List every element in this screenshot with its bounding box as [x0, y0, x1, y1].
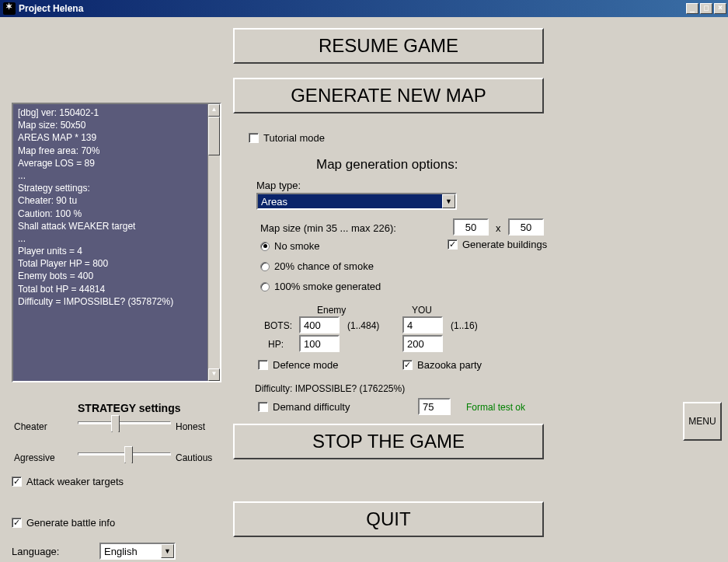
radio-icon [260, 282, 270, 291]
map-type-value: Areas [261, 196, 287, 208]
map-size-x: x [496, 222, 501, 234]
log-scrollbar[interactable]: ▲ ▼ [207, 104, 220, 381]
strategy-heading: STRATEGY settings [78, 402, 181, 414]
slider1-right-label: Honest [176, 421, 205, 432]
demand-difficulty-field[interactable]: 75 [418, 398, 451, 415]
close-button[interactable]: × [714, 3, 726, 14]
enemy-col-label: Enemy [317, 305, 346, 316]
scroll-up-icon[interactable]: ▲ [208, 104, 220, 117]
slider-thumb[interactable] [124, 446, 133, 463]
menu-button[interactable]: MENU [683, 402, 722, 441]
stop-game-button[interactable]: STOP THE GAME [233, 424, 544, 459]
demand-difficulty-checkbox[interactable]: Demand difficulty [258, 401, 350, 413]
tutorial-checkbox[interactable]: Tutorial mode [249, 132, 325, 144]
smoke-100-label: 100% smoke generated [274, 281, 381, 292]
generate-battle-info-checkbox[interactable]: ✓ Generate battle info [12, 517, 115, 529]
smoke-none-label: No smoke [274, 240, 320, 252]
bazooka-party-label: Bazooka party [417, 359, 482, 371]
you-col-label: YOU [412, 305, 432, 316]
map-size-label: Map size (min 35 ... max 226): [260, 222, 396, 234]
window-title: Project Helena [19, 3, 83, 14]
defence-mode-label: Defence mode [273, 359, 339, 371]
defence-mode-checkbox[interactable]: Defence mode [258, 359, 339, 371]
enemy-bots-range: (1..484) [347, 320, 379, 331]
debug-log-text: [dbg] ver: 150402-1 Map size: 50x50 AREA… [13, 104, 207, 310]
radio-icon [260, 262, 270, 271]
checkbox-icon [258, 402, 268, 412]
cheater-honest-slider[interactable] [78, 414, 171, 435]
checkbox-icon [249, 133, 259, 143]
scroll-thumb[interactable] [208, 117, 220, 155]
mapgen-heading: Map generation options: [316, 157, 458, 173]
you-bots-range: (1..16) [451, 320, 478, 331]
slider2-left-label: Agressive [14, 452, 55, 463]
checkbox-icon: ✓ [402, 360, 413, 370]
aggressive-cautious-slider[interactable] [78, 445, 171, 466]
formal-test-status: Formal test ok [466, 402, 525, 413]
titlebar: Project Helena _ □ × [0, 0, 728, 17]
generate-map-button[interactable]: GENERATE NEW MAP [233, 78, 544, 113]
demand-difficulty-label: Demand difficulty [273, 401, 350, 413]
checkbox-icon [258, 360, 268, 370]
language-dropdown[interactable]: English ▼ [99, 543, 176, 560]
smoke-none-radio[interactable]: No smoke [260, 240, 320, 252]
app-icon [3, 2, 16, 15]
quit-button[interactable]: QUIT [233, 501, 544, 537]
map-height-field[interactable]: 50 [508, 218, 544, 236]
resume-game-button[interactable]: RESUME GAME [233, 28, 544, 64]
attack-weaker-checkbox[interactable]: ✓ Attack weaker targets [12, 476, 124, 487]
map-width-field[interactable]: 50 [453, 218, 489, 236]
checkbox-icon: ✓ [12, 518, 22, 528]
smoke-20-label: 20% chance of smoke [274, 260, 374, 272]
map-type-dropdown[interactable]: Areas ▼ [256, 193, 457, 210]
minimize-button[interactable]: _ [686, 3, 698, 14]
enemy-hp-field[interactable]: 100 [299, 335, 340, 352]
generate-battle-info-label: Generate battle info [26, 517, 115, 529]
debug-log: [dbg] ver: 150402-1 Map size: 50x50 AREA… [12, 103, 221, 382]
enemy-bots-field[interactable]: 400 [299, 316, 340, 333]
maximize-button[interactable]: □ [700, 3, 712, 14]
bazooka-party-checkbox[interactable]: ✓ Bazooka party [402, 359, 482, 371]
smoke-20-radio[interactable]: 20% chance of smoke [260, 260, 374, 272]
chevron-down-icon: ▼ [442, 194, 455, 208]
generate-buildings-checkbox[interactable]: ✓ Generate buildings [448, 239, 547, 250]
scroll-down-icon[interactable]: ▼ [208, 368, 220, 381]
checkbox-icon: ✓ [448, 239, 458, 250]
map-type-label: Map type: [256, 180, 301, 191]
checkbox-icon: ✓ [12, 476, 22, 487]
slider2-right-label: Cautious [176, 452, 212, 463]
slider1-left-label: Cheater [14, 421, 47, 432]
generate-buildings-label: Generate buildings [462, 239, 547, 250]
you-bots-field[interactable]: 4 [402, 316, 443, 333]
bots-row-label: BOTS: [264, 320, 292, 331]
hp-row-label: HP: [268, 339, 284, 350]
language-value: English [104, 546, 138, 557]
chevron-down-icon: ▼ [161, 544, 174, 558]
attack-weaker-label: Attack weaker targets [26, 476, 124, 487]
slider-thumb[interactable] [111, 415, 120, 432]
you-hp-field[interactable]: 200 [402, 335, 443, 352]
smoke-100-radio[interactable]: 100% smoke generated [260, 281, 381, 292]
radio-icon [260, 242, 270, 251]
language-label: Language: [12, 546, 59, 557]
difficulty-line: Difficulty: IMPOSSIBLE? (176225%) [255, 383, 405, 394]
tutorial-label: Tutorial mode [263, 132, 325, 144]
